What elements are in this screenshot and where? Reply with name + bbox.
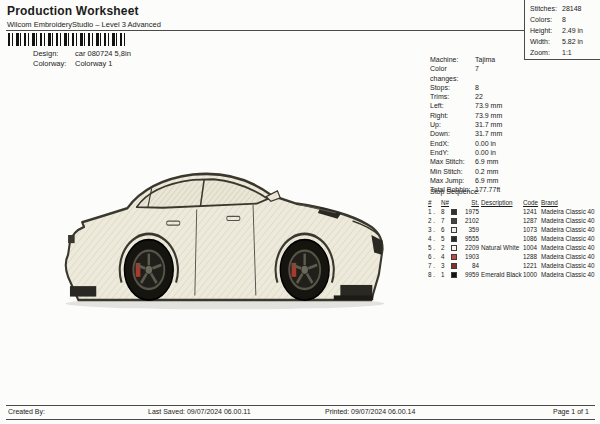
stop-sequence-title: Stop Sequence: <box>430 188 480 195</box>
machine-info-row: EndY:0.00 in <box>430 148 600 157</box>
cell-needle: 6 <box>441 225 451 234</box>
table-row: 5 . 2 2209 Natural White 1004 Madeira Cl… <box>428 243 598 252</box>
cell-needle: 7 <box>441 216 451 225</box>
page-number: Page 1 of 1 <box>553 408 589 415</box>
page-title: Production Worksheet <box>7 4 139 18</box>
col-header-description: Description <box>481 198 523 207</box>
cell-stitches: 359 <box>460 225 481 234</box>
stat-value: 2.49 in <box>562 25 583 36</box>
thread-color-swatch <box>451 227 457 233</box>
cell-needle: 1 <box>441 270 451 279</box>
cell-num: 2 . <box>428 216 441 225</box>
table-header-row: # N# St. Description Code Brand <box>428 198 598 207</box>
table-row: 2 . 7 2102 1287 Madeira Classic 40 <box>428 216 598 225</box>
stat-colors: Colors: 8 <box>530 14 598 25</box>
stat-label: Stitches: <box>530 3 562 14</box>
table-row: 6 . 4 1903 1288 Madeira Classic 40 <box>428 252 598 261</box>
col-header-num: # <box>428 198 441 207</box>
stat-label: Colors: <box>530 14 562 25</box>
cell-brand: Madeira Classic 40 <box>541 234 598 243</box>
info-value: 6.9 mm <box>475 176 498 185</box>
stat-width: Width: 5.82 in <box>530 36 598 47</box>
thread-color-swatch <box>451 209 457 215</box>
table-row: 4 . 5 9555 1086 Madeira Classic 40 <box>428 234 598 243</box>
info-label: Max Stitch: <box>430 157 475 166</box>
cell-code: 1073 <box>523 225 541 234</box>
cell-stitches: 2102 <box>460 216 481 225</box>
machine-info-row: Min Stitch:0.2 mm <box>430 167 600 176</box>
design-stats-box: Stitches: 28148 Colors: 8 Height: 2.49 i… <box>524 0 600 60</box>
last-saved-text: Last Saved: 09/07/2024 06.00.11 <box>148 408 251 415</box>
info-label: Machine: <box>430 55 475 64</box>
footer-divider-top <box>6 405 595 406</box>
info-value: 22 <box>475 92 483 101</box>
stat-label: Height: <box>530 25 562 36</box>
info-label: Stops: <box>430 83 475 92</box>
footer-divider-bottom <box>6 419 595 420</box>
info-value: 0.00 in <box>475 148 496 157</box>
cell-brand: Madeira Classic 40 <box>541 252 598 261</box>
rear-wheel <box>124 240 173 300</box>
cell-code: 1000 <box>523 270 541 279</box>
cell-description: Emerald Black <box>481 270 523 279</box>
cell-num: 6 . <box>428 252 441 261</box>
table-row: 3 . 6 359 1073 Madeira Classic 40 <box>428 225 598 234</box>
cell-needle: 4 <box>441 252 451 261</box>
info-label: Left: <box>430 101 475 110</box>
machine-info-row: Stops:8 <box>430 83 600 92</box>
cell-description: Natural White <box>481 243 523 252</box>
col-header-code: Code <box>523 198 541 207</box>
machine-info-row: Up:31.7 mm <box>430 120 600 129</box>
colorway-row: Colorway: Colorway 1 <box>33 59 113 68</box>
machine-info-row: EndX:0.00 in <box>430 139 600 148</box>
stat-value: 5.82 in <box>562 36 583 47</box>
design-label: Design: <box>33 49 75 58</box>
machine-info-panel: Machine:Tajima Color changes:7 Stops:8 T… <box>430 55 600 194</box>
cell-num: 3 . <box>428 225 441 234</box>
cell-brand: Madeira Classic 40 <box>541 243 598 252</box>
cell-needle: 3 <box>441 261 451 270</box>
design-name-row: Design: car 080724 5,8in <box>33 49 131 58</box>
machine-info-row: Left:73.9 mm <box>430 101 600 110</box>
cell-code: 1086 <box>523 234 541 243</box>
info-label: Min Stitch: <box>430 167 475 176</box>
stat-value: 28148 <box>562 3 581 14</box>
cell-num: 7 . <box>428 261 441 270</box>
machine-info-row: Trims:22 <box>430 92 600 101</box>
info-value: 31.7 mm <box>475 129 502 138</box>
cell-stitches: 9555 <box>460 234 481 243</box>
info-label: Trims: <box>430 92 475 101</box>
info-label: Down: <box>430 129 475 138</box>
stat-label: Width: <box>530 36 562 47</box>
thread-color-swatch <box>451 254 457 260</box>
cell-stitches: 2209 <box>460 243 481 252</box>
cell-needle: 8 <box>441 207 451 216</box>
cell-brand: Madeira Classic 40 <box>541 225 598 234</box>
cell-code: 1288 <box>523 252 541 261</box>
thread-color-swatch <box>451 245 457 251</box>
printed-text: Printed: 09/07/2024 06.00.14 <box>325 408 415 415</box>
stop-sequence-table: # N# St. Description Code Brand 1 . 8 19… <box>428 198 598 279</box>
info-label: EndX: <box>430 139 475 148</box>
machine-info-row: Down:31.7 mm <box>430 129 600 138</box>
info-label: Up: <box>430 120 475 129</box>
info-value: 0.2 mm <box>475 167 498 176</box>
colorway-label: Colorway: <box>33 59 75 68</box>
cell-needle: 2 <box>441 243 451 252</box>
info-value: 31.7 mm <box>475 120 502 129</box>
info-value: 7 <box>475 64 479 83</box>
machine-info-row: Machine:Tajima <box>430 55 600 64</box>
barcode <box>8 33 126 46</box>
production-worksheet: Production Worksheet Wilcom EmbroiderySt… <box>0 0 600 424</box>
table-row: 1 . 8 1975 1241 Madeira Classic 40 <box>428 207 598 216</box>
cell-code: 1221 <box>523 261 541 270</box>
cell-stitches: 84 <box>460 261 481 270</box>
stat-height: Height: 2.49 in <box>530 25 598 36</box>
cell-code: 1287 <box>523 216 541 225</box>
info-value: 73.9 mm <box>475 101 502 110</box>
cell-code: 1241 <box>523 207 541 216</box>
thread-color-swatch <box>451 236 457 242</box>
cell-num: 5 . <box>428 243 441 252</box>
header-divider <box>6 30 524 31</box>
created-by-label: Created By: <box>8 408 45 415</box>
